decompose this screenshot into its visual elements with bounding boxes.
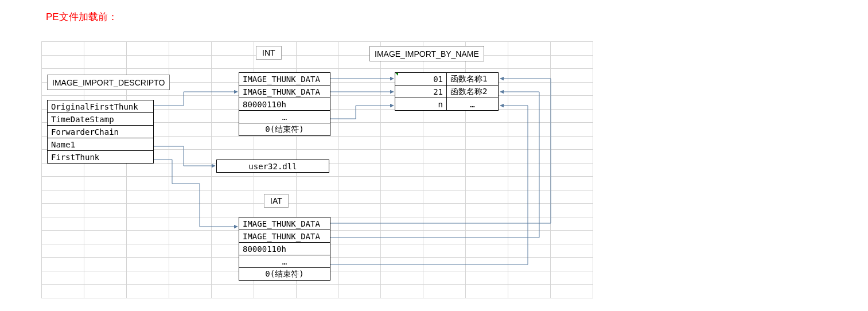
iat-table: IMAGE_THUNK_DATA IMAGE_THUNK_DATA 800001… <box>239 217 330 281</box>
descriptor-cell: FirstThunk <box>48 151 154 164</box>
descriptor-cell: TimeDateStamp <box>48 113 154 126</box>
cell-marker-icon <box>395 73 398 76</box>
int-cell: IMAGE_THUNK_DATA <box>239 73 330 85</box>
iat-cell: … <box>239 255 330 268</box>
byname-table: 01 函数名称1 21 函数名称2 n … <box>395 72 499 111</box>
int-cell: 80000110h <box>239 98 330 111</box>
descriptor-cell: OriginalFirstThunk <box>48 100 154 113</box>
iat-cell: 0(结束符) <box>239 268 330 281</box>
dll-table: user32.dll <box>216 160 329 173</box>
iat-cell: 80000110h <box>239 243 330 255</box>
descriptor-cell: Name1 <box>48 138 154 151</box>
page-title: PE文件加载前： <box>46 10 118 24</box>
int-header: INT <box>256 46 282 60</box>
byname-hint: 21 <box>395 85 447 98</box>
iat-cell: IMAGE_THUNK_DATA <box>239 230 330 243</box>
byname-name: 函数名称2 <box>447 85 499 98</box>
byname-hint: 01 <box>395 73 447 85</box>
int-cell: … <box>239 111 330 123</box>
int-cell: 0(结束符) <box>239 123 330 136</box>
dll-cell: user32.dll <box>217 160 329 173</box>
byname-name: … <box>447 98 499 111</box>
byname-hint: n <box>395 98 447 111</box>
int-cell: IMAGE_THUNK_DATA <box>239 85 330 98</box>
byname-header: IMAGE_IMPORT_BY_NAME <box>369 46 484 61</box>
descriptor-cell: ForwarderChain <box>48 126 154 138</box>
byname-header-text: IMAGE_IMPORT_BY_NAME <box>370 46 484 61</box>
descriptor-table: OriginalFirstThunk TimeDateStamp Forward… <box>47 100 154 164</box>
descriptor-header: IMAGE_IMPORT_DESCRIPTO <box>47 75 170 90</box>
iat-cell: IMAGE_THUNK_DATA <box>239 217 330 230</box>
int-table: IMAGE_THUNK_DATA IMAGE_THUNK_DATA 800001… <box>239 72 330 136</box>
byname-name: 函数名称1 <box>447 73 499 85</box>
iat-header: IAT <box>264 194 289 208</box>
descriptor-header-text: IMAGE_IMPORT_DESCRIPTO <box>48 75 170 90</box>
